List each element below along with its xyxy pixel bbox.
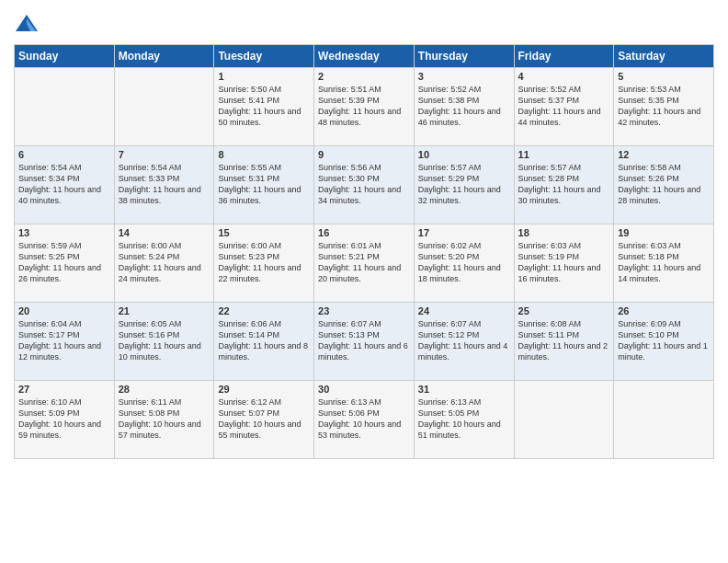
day-number: 20 <box>18 305 110 316</box>
day-number: 12 <box>618 149 710 160</box>
cell-content: Sunrise: 5:51 AM Sunset: 5:39 PM Dayligh… <box>318 84 410 129</box>
cell-content: Sunrise: 5:54 AM Sunset: 5:34 PM Dayligh… <box>18 162 110 207</box>
day-number: 9 <box>318 149 410 160</box>
cell-content: Sunrise: 5:59 AM Sunset: 5:25 PM Dayligh… <box>18 240 110 285</box>
day-number: 18 <box>518 227 610 238</box>
calendar-cell: 17Sunrise: 6:02 AM Sunset: 5:20 PM Dayli… <box>414 224 514 303</box>
cell-content: Sunrise: 6:10 AM Sunset: 5:09 PM Dayligh… <box>18 396 110 442</box>
day-number: 24 <box>418 305 510 316</box>
cell-content: Sunrise: 6:00 AM Sunset: 5:24 PM Dayligh… <box>119 240 210 285</box>
day-number: 27 <box>18 384 110 395</box>
cell-content: Sunrise: 5:56 AM Sunset: 5:30 PM Dayligh… <box>318 162 410 207</box>
day-number: 21 <box>119 305 210 316</box>
calendar-cell: 23Sunrise: 6:07 AM Sunset: 5:13 PM Dayli… <box>314 303 415 381</box>
day-number: 2 <box>318 71 410 82</box>
calendar-week-row: 13Sunrise: 5:59 AM Sunset: 5:25 PM Dayli… <box>15 224 714 303</box>
weekday-header-friday: Friday <box>514 45 614 68</box>
day-number: 10 <box>418 149 510 160</box>
calendar-cell: 25Sunrise: 6:08 AM Sunset: 5:11 PM Dayli… <box>514 303 614 381</box>
weekday-header-monday: Monday <box>114 45 214 68</box>
cell-content: Sunrise: 6:02 AM Sunset: 5:20 PM Dayligh… <box>418 240 510 285</box>
day-number: 29 <box>218 384 310 395</box>
cell-content: Sunrise: 6:07 AM Sunset: 5:12 PM Dayligh… <box>418 318 510 363</box>
cell-content: Sunrise: 5:58 AM Sunset: 5:26 PM Dayligh… <box>618 162 710 207</box>
calendar-cell: 2Sunrise: 5:51 AM Sunset: 5:39 PM Daylig… <box>314 68 415 146</box>
day-number: 7 <box>119 149 210 160</box>
day-number: 23 <box>318 305 410 316</box>
calendar-cell: 3Sunrise: 5:52 AM Sunset: 5:38 PM Daylig… <box>414 68 514 146</box>
calendar-cell: 16Sunrise: 6:01 AM Sunset: 5:21 PM Dayli… <box>314 224 415 303</box>
day-number: 13 <box>18 227 110 238</box>
calendar-cell: 10Sunrise: 5:57 AM Sunset: 5:29 PM Dayli… <box>414 146 514 224</box>
weekday-header-thursday: Thursday <box>414 45 514 68</box>
day-number: 3 <box>418 71 510 82</box>
calendar-cell: 22Sunrise: 6:06 AM Sunset: 5:14 PM Dayli… <box>214 303 314 381</box>
day-number: 19 <box>618 227 710 238</box>
weekday-header-sunday: Sunday <box>15 45 115 68</box>
calendar-cell: 1Sunrise: 5:50 AM Sunset: 5:41 PM Daylig… <box>214 68 314 146</box>
calendar-week-row: 1Sunrise: 5:50 AM Sunset: 5:41 PM Daylig… <box>15 68 714 146</box>
calendar-cell: 12Sunrise: 5:58 AM Sunset: 5:26 PM Dayli… <box>614 146 714 224</box>
calendar-cell: 18Sunrise: 6:03 AM Sunset: 5:19 PM Dayli… <box>514 224 614 303</box>
calendar-cell: 8Sunrise: 5:55 AM Sunset: 5:31 PM Daylig… <box>214 146 314 224</box>
calendar-cell <box>614 381 714 459</box>
cell-content: Sunrise: 5:52 AM Sunset: 5:37 PM Dayligh… <box>518 84 610 129</box>
logo-area <box>14 9 43 39</box>
day-number: 16 <box>318 227 410 238</box>
cell-content: Sunrise: 6:05 AM Sunset: 5:16 PM Dayligh… <box>119 318 210 363</box>
cell-content: Sunrise: 6:07 AM Sunset: 5:13 PM Dayligh… <box>318 318 410 363</box>
calendar-cell: 28Sunrise: 6:11 AM Sunset: 5:08 PM Dayli… <box>114 381 214 459</box>
weekday-header-saturday: Saturday <box>614 45 714 68</box>
calendar-cell: 11Sunrise: 5:57 AM Sunset: 5:28 PM Dayli… <box>514 146 614 224</box>
calendar-cell: 21Sunrise: 6:05 AM Sunset: 5:16 PM Dayli… <box>114 303 214 381</box>
cell-content: Sunrise: 6:08 AM Sunset: 5:11 PM Dayligh… <box>518 318 610 363</box>
calendar-cell: 4Sunrise: 5:52 AM Sunset: 5:37 PM Daylig… <box>514 68 614 146</box>
calendar-cell <box>514 381 614 459</box>
cell-content: Sunrise: 6:03 AM Sunset: 5:19 PM Dayligh… <box>518 240 610 285</box>
calendar-week-row: 27Sunrise: 6:10 AM Sunset: 5:09 PM Dayli… <box>15 381 714 459</box>
calendar-cell: 14Sunrise: 6:00 AM Sunset: 5:24 PM Dayli… <box>114 224 214 303</box>
cell-content: Sunrise: 6:01 AM Sunset: 5:21 PM Dayligh… <box>318 240 410 285</box>
cell-content: Sunrise: 6:12 AM Sunset: 5:07 PM Dayligh… <box>218 396 310 442</box>
calendar-cell: 13Sunrise: 5:59 AM Sunset: 5:25 PM Dayli… <box>15 224 115 303</box>
cell-content: Sunrise: 6:04 AM Sunset: 5:17 PM Dayligh… <box>18 318 110 363</box>
cell-content: Sunrise: 5:55 AM Sunset: 5:31 PM Dayligh… <box>218 162 310 207</box>
calendar-cell: 24Sunrise: 6:07 AM Sunset: 5:12 PM Dayli… <box>414 303 514 381</box>
cell-content: Sunrise: 6:13 AM Sunset: 5:05 PM Dayligh… <box>418 396 510 442</box>
day-number: 15 <box>218 227 310 238</box>
calendar-cell: 27Sunrise: 6:10 AM Sunset: 5:09 PM Dayli… <box>15 381 115 459</box>
cell-content: Sunrise: 5:57 AM Sunset: 5:28 PM Dayligh… <box>518 162 610 207</box>
calendar-cell <box>15 68 115 146</box>
calendar-cell: 26Sunrise: 6:09 AM Sunset: 5:10 PM Dayli… <box>614 303 714 381</box>
cell-content: Sunrise: 6:06 AM Sunset: 5:14 PM Dayligh… <box>218 318 310 363</box>
day-number: 11 <box>518 149 610 160</box>
calendar-cell: 19Sunrise: 6:03 AM Sunset: 5:18 PM Dayli… <box>614 224 714 303</box>
calendar-cell: 29Sunrise: 6:12 AM Sunset: 5:07 PM Dayli… <box>214 381 314 459</box>
day-number: 4 <box>518 71 610 82</box>
day-number: 28 <box>119 384 210 395</box>
cell-content: Sunrise: 6:11 AM Sunset: 5:08 PM Dayligh… <box>119 396 210 442</box>
calendar-cell: 20Sunrise: 6:04 AM Sunset: 5:17 PM Dayli… <box>15 303 115 381</box>
calendar-cell: 15Sunrise: 6:00 AM Sunset: 5:23 PM Dayli… <box>214 224 314 303</box>
day-number: 1 <box>218 71 310 82</box>
calendar-cell: 9Sunrise: 5:56 AM Sunset: 5:30 PM Daylig… <box>314 146 415 224</box>
day-number: 5 <box>618 71 710 82</box>
cell-content: Sunrise: 5:57 AM Sunset: 5:29 PM Dayligh… <box>418 162 510 207</box>
cell-content: Sunrise: 6:13 AM Sunset: 5:06 PM Dayligh… <box>318 396 410 442</box>
cell-content: Sunrise: 5:50 AM Sunset: 5:41 PM Dayligh… <box>218 84 310 129</box>
calendar-cell: 7Sunrise: 5:54 AM Sunset: 5:33 PM Daylig… <box>114 146 214 224</box>
weekday-header-row: SundayMondayTuesdayWednesdayThursdayFrid… <box>15 45 714 68</box>
calendar-week-row: 6Sunrise: 5:54 AM Sunset: 5:34 PM Daylig… <box>15 146 714 224</box>
day-number: 22 <box>218 305 310 316</box>
day-number: 8 <box>218 149 310 160</box>
calendar-cell: 30Sunrise: 6:13 AM Sunset: 5:06 PM Dayli… <box>314 381 415 459</box>
day-number: 17 <box>418 227 510 238</box>
calendar-cell <box>114 68 214 146</box>
weekday-header-tuesday: Tuesday <box>214 45 314 68</box>
calendar-cell: 6Sunrise: 5:54 AM Sunset: 5:34 PM Daylig… <box>15 146 115 224</box>
cell-content: Sunrise: 5:54 AM Sunset: 5:33 PM Dayligh… <box>119 162 210 207</box>
cell-content: Sunrise: 5:53 AM Sunset: 5:35 PM Dayligh… <box>618 84 710 129</box>
cell-content: Sunrise: 6:00 AM Sunset: 5:23 PM Dayligh… <box>218 240 310 285</box>
day-number: 6 <box>18 149 110 160</box>
calendar-page: SundayMondayTuesdayWednesdayThursdayFrid… <box>0 0 728 563</box>
